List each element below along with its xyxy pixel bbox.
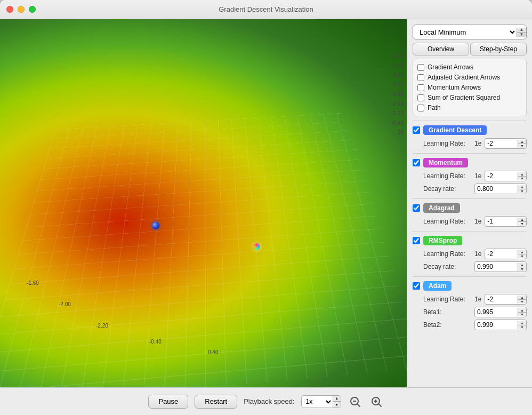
checkbox-momentum-arrows[interactable] bbox=[417, 84, 424, 91]
rmsprop-lr-down[interactable]: ▼ bbox=[518, 254, 526, 258]
divider bbox=[413, 231, 527, 232]
label-path: Path bbox=[428, 104, 441, 111]
algo-rmsprop: RMSprop Learning Rate: 1e ▲ ▼ Decay rate… bbox=[413, 236, 527, 272]
momentum-lr-down[interactable]: ▼ bbox=[518, 177, 526, 180]
check-gradient-arrows: Gradient Arrows bbox=[417, 63, 522, 71]
yaxis-label: -0.40 bbox=[391, 118, 404, 128]
yaxis-label: 1.20 bbox=[391, 109, 404, 118]
gd-lr-prefix: 1e bbox=[474, 140, 481, 147]
minimize-button[interactable] bbox=[18, 6, 25, 13]
momentum-decay-input-group: ▲ ▼ bbox=[474, 183, 527, 194]
divider bbox=[413, 153, 527, 154]
adam-lr-input[interactable] bbox=[485, 294, 518, 304]
main-window: Gradient Descent Visualization 11.8 8.47… bbox=[0, 0, 532, 415]
window-title: Gradient Descent Visualization bbox=[219, 5, 313, 13]
close-button[interactable] bbox=[6, 6, 13, 13]
adam-beta1-up[interactable]: ▲ bbox=[518, 308, 526, 313]
yaxis-label: -1.66 bbox=[391, 90, 404, 99]
scenario-dropdown-wrapper[interactable]: Local Minimum Global Minimum Saddle Poin… bbox=[413, 25, 527, 39]
rmsprop-decay-input-group: ▲ ▼ bbox=[474, 261, 527, 272]
grid-overlay bbox=[0, 113, 407, 387]
adagrad-lr-label: Learning Rate: bbox=[423, 218, 471, 225]
momentum-lr-up[interactable]: ▲ bbox=[518, 172, 526, 177]
adam-beta1-down[interactable]: ▼ bbox=[518, 313, 526, 316]
rmsprop-lr-input-group: ▲ ▼ bbox=[485, 249, 527, 259]
checkbox-adjusted-gradient-arrows[interactable] bbox=[417, 74, 424, 81]
gd-lr-down[interactable]: ▼ bbox=[518, 144, 526, 148]
rmsprop-decay-up[interactable]: ▲ bbox=[518, 263, 526, 267]
playback-speed-wrapper[interactable]: 0.25x 0.5x 1x 2x 4x ▲ ▼ bbox=[301, 395, 341, 408]
svg-line-6 bbox=[378, 404, 381, 406]
algo-momentum-badge: Momentum bbox=[423, 158, 468, 167]
adam-beta1-input[interactable] bbox=[475, 307, 518, 317]
gd-lr-input[interactable] bbox=[485, 139, 518, 148]
momentum-lr-row: Learning Rate: 1e ▲ ▼ bbox=[413, 171, 527, 181]
rmsprop-decay-down[interactable]: ▼ bbox=[518, 267, 526, 271]
tab-step-by-step[interactable]: Step-by-Step bbox=[470, 43, 527, 55]
dropdown-stepper[interactable]: ▲ ▼ bbox=[517, 28, 526, 37]
adagrad-lr-down[interactable]: ▼ bbox=[518, 222, 526, 226]
restart-button[interactable]: Restart bbox=[195, 395, 237, 409]
surface: 11.8 8.47 5.19 1.72 -1.66 -2.03 1.20 -0.… bbox=[0, 19, 407, 387]
rmsprop-lr-up[interactable]: ▲ bbox=[518, 250, 526, 254]
algo-gd-badge: Gradient Descent bbox=[423, 125, 487, 135]
adam-lr-down[interactable]: ▼ bbox=[518, 300, 526, 304]
checkbox-gradient-arrows[interactable] bbox=[417, 64, 424, 71]
adagrad-lr-row: Learning Rate: 1e ▲ ▼ bbox=[413, 216, 527, 227]
rmsprop-decay-stepper: ▲ ▼ bbox=[518, 263, 526, 271]
playback-down[interactable]: ▼ bbox=[333, 402, 341, 408]
svg-line-2 bbox=[357, 404, 360, 406]
scenario-dropdown[interactable]: Local Minimum Global Minimum Saddle Poin… bbox=[413, 25, 517, 39]
algo-gd-checkbox[interactable] bbox=[413, 126, 420, 134]
checkbox-path[interactable] bbox=[417, 105, 424, 111]
algo-adam-checkbox[interactable] bbox=[413, 282, 420, 290]
gd-lr-input-group: ▲ ▼ bbox=[485, 138, 527, 149]
gd-lr-up[interactable]: ▲ bbox=[518, 140, 526, 144]
rmsprop-lr-input[interactable] bbox=[485, 249, 518, 259]
adagrad-lr-prefix: 1e bbox=[474, 218, 481, 225]
momentum-lr-input[interactable] bbox=[485, 171, 518, 181]
label-adjusted-gradient-arrows: Adjusted Gradient Arrows bbox=[428, 74, 500, 81]
adagrad-lr-up[interactable]: ▲ bbox=[518, 218, 526, 222]
label-momentum-arrows: Momentum Arrows bbox=[428, 84, 481, 91]
algo-rmsprop-checkbox[interactable] bbox=[413, 237, 420, 244]
adam-beta2-input[interactable] bbox=[475, 320, 518, 330]
adam-lr-prefix: 1e bbox=[474, 296, 481, 303]
yaxis-label: 1.72 bbox=[391, 80, 404, 90]
adam-lr-label: Learning Rate: bbox=[423, 296, 471, 303]
checkbox-sum-gradient-squared[interactable] bbox=[417, 94, 424, 101]
momentum-decay-input[interactable] bbox=[475, 184, 518, 194]
algo-adagrad-badge: Adagrad bbox=[423, 203, 460, 213]
adagrad-lr-input[interactable] bbox=[485, 217, 518, 226]
momentum-decay-up[interactable]: ▲ bbox=[518, 185, 526, 189]
label-sum-gradient-squared: Sum of Gradient Squared bbox=[428, 94, 500, 101]
main-content: 11.8 8.47 5.19 1.72 -1.66 -2.03 1.20 -0.… bbox=[0, 19, 532, 387]
rmsprop-decay-label: Decay rate: bbox=[423, 263, 471, 270]
algo-momentum-checkbox[interactable] bbox=[413, 159, 420, 166]
pause-button[interactable]: Pause bbox=[148, 395, 188, 409]
maximize-button[interactable] bbox=[29, 6, 36, 13]
adam-beta2-row: Beta2: ▲ ▼ bbox=[413, 320, 527, 330]
optimizer-ball bbox=[253, 243, 260, 250]
gd-lr-label: Learning Rate: bbox=[423, 140, 471, 147]
playback-up[interactable]: ▲ bbox=[333, 396, 341, 402]
adam-lr-up[interactable]: ▲ bbox=[518, 296, 526, 300]
momentum-decay-row: Decay rate: ▲ ▼ bbox=[413, 183, 527, 194]
zoom-in-button[interactable] bbox=[369, 394, 384, 409]
playback-speed-label: Playback speed: bbox=[244, 397, 294, 405]
zoom-out-button[interactable] bbox=[348, 394, 362, 409]
momentum-decay-down[interactable]: ▼ bbox=[518, 189, 526, 193]
algo-adagrad-checkbox[interactable] bbox=[413, 204, 420, 212]
adam-beta2-up[interactable]: ▲ bbox=[518, 321, 526, 325]
window-controls bbox=[6, 6, 36, 13]
rmsprop-decay-input[interactable] bbox=[475, 262, 518, 272]
gd-lr-row: Learning Rate: 1e ▲ ▼ bbox=[413, 138, 527, 149]
gradient-descent-ball bbox=[152, 222, 159, 229]
stepper-down-icon[interactable]: ▼ bbox=[517, 33, 526, 37]
adam-lr-input-group: ▲ ▼ bbox=[485, 294, 527, 305]
adam-beta2-down[interactable]: ▼ bbox=[518, 325, 526, 329]
gd-lr-stepper: ▲ ▼ bbox=[518, 140, 526, 148]
adam-beta2-stepper: ▲ ▼ bbox=[518, 321, 526, 329]
tab-overview[interactable]: Overview bbox=[413, 43, 469, 55]
playback-speed-select[interactable]: 0.25x 0.5x 1x 2x 4x bbox=[302, 396, 333, 408]
